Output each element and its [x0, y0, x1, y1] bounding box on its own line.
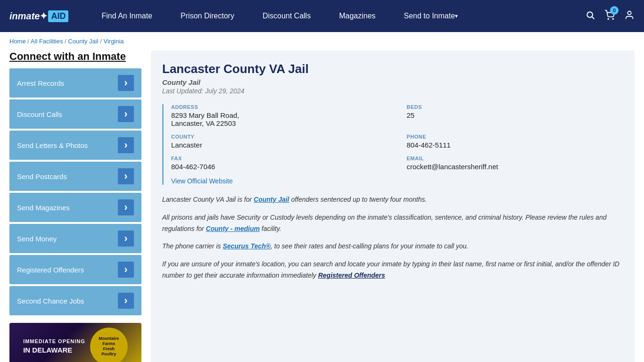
- main-content: Connect with an Inmate Arrest Records Di…: [0, 50, 644, 362]
- nav-links: Find An Inmate Prison Directory Discount…: [87, 0, 586, 32]
- sidebar-send-postcards-label: Send Postcards: [17, 173, 67, 181]
- sidebar-send-letters-label: Send Letters & Photos: [17, 141, 88, 149]
- fax-value: 804-462-7046: [171, 163, 388, 171]
- securus-link[interactable]: Securus Tech®: [223, 242, 271, 250]
- sidebar-arrest-records[interactable]: Arrest Records: [9, 68, 141, 98]
- email-cell: EMAIL crockett@lancastersheriff.net: [407, 156, 624, 171]
- breadcrumb-all-facilities[interactable]: All Facilities: [31, 38, 63, 45]
- sidebar-ad[interactable]: IMMEDIATE OPENING IN DELAWARE MountaireF…: [9, 323, 141, 362]
- arrow-icon: [118, 168, 134, 184]
- search-button[interactable]: [586, 10, 595, 22]
- email-value: crockett@lancastersheriff.net: [407, 163, 624, 171]
- phone-cell: PHONE 804-462-5111: [407, 134, 624, 149]
- svg-point-4: [627, 11, 631, 14]
- beds-label: BEDS: [407, 104, 624, 110]
- logo[interactable]: inmate ✦ AID: [9, 10, 68, 22]
- address-value: 8293 Mary Ball Road,Lancaster, VA 22503: [171, 111, 388, 127]
- facility-name: Lancaster County VA Jail: [162, 62, 623, 76]
- arrow-icon: [118, 137, 134, 153]
- facility-detail: Lancaster County VA Jail County Jail Las…: [151, 50, 635, 362]
- sidebar: Connect with an Inmate Arrest Records Di…: [9, 50, 141, 362]
- breadcrumb: Home / All Facilities / County Jail / Vi…: [0, 32, 644, 50]
- ad-logo: MountaireFarmsFreshPoultry: [90, 328, 128, 362]
- website-link[interactable]: View Official Website: [171, 177, 233, 185]
- phone-label: PHONE: [407, 134, 624, 140]
- facility-type: County Jail: [162, 78, 623, 86]
- facility-description: Lancaster County VA Jail is for County J…: [162, 194, 623, 281]
- fax-cell: FAX 804-462-7046: [171, 156, 388, 171]
- description-p3: The phone carrier is Securus Tech®, to s…: [162, 241, 623, 252]
- svg-line-1: [592, 16, 594, 19]
- sidebar-discount-calls-label: Discount Calls: [17, 110, 62, 118]
- sidebar-send-money-label: Send Money: [17, 235, 57, 243]
- sidebar-second-chance[interactable]: Second Chance Jobs: [9, 286, 141, 315]
- svg-point-3: [612, 18, 613, 19]
- ad-text: IMMEDIATE OPENING IN DELAWARE: [18, 333, 90, 360]
- sidebar-registered-offenders-label: Registered Offenders: [17, 266, 84, 274]
- address-label: ADDRESS: [171, 104, 388, 110]
- user-button[interactable]: [624, 10, 635, 23]
- sidebar-send-magazines[interactable]: Send Magazines: [9, 193, 141, 222]
- email-label: EMAIL: [407, 156, 624, 161]
- cart-button[interactable]: 0: [604, 10, 615, 23]
- phone-value: 804-462-5111: [407, 141, 624, 149]
- sidebar-second-chance-label: Second Chance Jobs: [17, 297, 84, 305]
- breadcrumb-home[interactable]: Home: [9, 38, 26, 45]
- sidebar-send-money[interactable]: Send Money: [9, 224, 141, 253]
- sidebar-send-magazines-label: Send Magazines: [17, 204, 70, 212]
- svg-point-2: [608, 18, 609, 19]
- county-jail-link[interactable]: County Jail: [254, 196, 289, 203]
- nav-discount-calls[interactable]: Discount Calls: [248, 0, 325, 32]
- svg-point-0: [587, 12, 593, 17]
- beds-cell: BEDS 25: [407, 104, 624, 127]
- arrow-icon: [118, 199, 134, 215]
- breadcrumb-state[interactable]: Virginia: [103, 38, 124, 45]
- sidebar-send-postcards[interactable]: Send Postcards: [9, 162, 141, 191]
- ad-delaware: IN DELAWARE: [23, 345, 85, 355]
- nav-find-inmate[interactable]: Find An Inmate: [87, 0, 166, 32]
- ad-logo-text: MountaireFarmsFreshPoultry: [99, 336, 119, 356]
- nav-prison-directory[interactable]: Prison Directory: [166, 0, 248, 32]
- sidebar-send-letters[interactable]: Send Letters & Photos: [9, 131, 141, 160]
- arrow-icon: [118, 293, 134, 309]
- facility-info-grid: ADDRESS 8293 Mary Ball Road,Lancaster, V…: [162, 104, 623, 185]
- arrow-icon: [118, 75, 134, 91]
- description-p4: If you are unsure of your inmate's locat…: [162, 259, 623, 281]
- fax-label: FAX: [171, 156, 388, 161]
- sidebar-title: Connect with an Inmate: [9, 50, 141, 63]
- county-value: Lancaster: [171, 141, 388, 149]
- description-p2: All prisons and jails have Security or C…: [162, 212, 623, 235]
- address-cell: ADDRESS 8293 Mary Ball Road,Lancaster, V…: [171, 104, 388, 127]
- description-p1: Lancaster County VA Jail is for County J…: [162, 194, 623, 206]
- ad-immediate: IMMEDIATE OPENING: [23, 338, 85, 345]
- sidebar-registered-offenders[interactable]: Registered Offenders: [9, 255, 141, 284]
- cart-count: 0: [610, 6, 619, 15]
- county-medium-link[interactable]: County - medium: [206, 225, 260, 232]
- county-label: COUNTY: [171, 134, 388, 140]
- registered-offenders-link[interactable]: Registered Offenders: [318, 272, 385, 279]
- breadcrumb-county-jail[interactable]: County Jail: [68, 38, 98, 45]
- beds-value: 25: [407, 111, 624, 119]
- sidebar-arrest-records-label: Arrest Records: [17, 79, 64, 87]
- arrow-icon: [118, 106, 134, 122]
- nav-send-to-inmate[interactable]: Send to Inmate: [390, 0, 472, 32]
- facility-last-updated: Last Updated: July 29, 2024: [162, 87, 623, 95]
- navbar: inmate ✦ AID Find An Inmate Prison Direc…: [0, 0, 644, 32]
- arrow-icon: [118, 230, 134, 247]
- website-cell: View Official Website: [171, 177, 623, 185]
- county-cell: COUNTY Lancaster: [171, 134, 388, 149]
- arrow-icon: [118, 262, 134, 278]
- nav-magazines[interactable]: Magazines: [325, 0, 389, 32]
- sidebar-discount-calls[interactable]: Discount Calls: [9, 99, 141, 129]
- nav-icons: 0: [586, 10, 635, 23]
